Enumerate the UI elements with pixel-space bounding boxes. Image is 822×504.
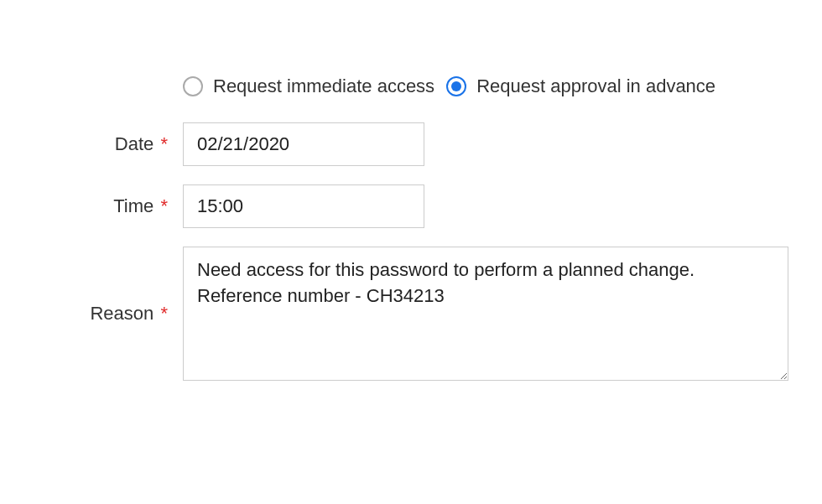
time-input[interactable] [183,184,424,228]
time-row: Time * [34,184,788,228]
reason-label: Reason * [34,303,183,325]
radio-inner-dot-icon [451,81,461,91]
date-label: Date * [34,133,183,155]
access-request-form: Request immediate access Request approva… [34,75,788,381]
date-row: Date * [34,122,788,166]
reason-label-text: Reason [90,303,153,324]
time-label-text: Time [113,195,153,216]
radio-immediate-label: Request immediate access [213,75,434,97]
reason-textarea[interactable] [183,247,788,381]
request-type-radio-group: Request immediate access Request approva… [183,75,788,97]
radio-checked-icon [446,76,466,96]
radio-advance-label: Request approval in advance [476,75,715,97]
radio-immediate-access[interactable]: Request immediate access [183,75,434,97]
required-asterisk: * [160,195,168,216]
radio-unchecked-icon [183,76,203,96]
time-label: Time * [34,195,183,217]
date-label-text: Date [115,133,153,154]
required-asterisk: * [160,303,168,324]
required-asterisk: * [160,133,168,154]
date-input[interactable] [183,122,424,166]
radio-approval-advance[interactable]: Request approval in advance [446,75,715,97]
reason-row: Reason * [34,247,788,381]
